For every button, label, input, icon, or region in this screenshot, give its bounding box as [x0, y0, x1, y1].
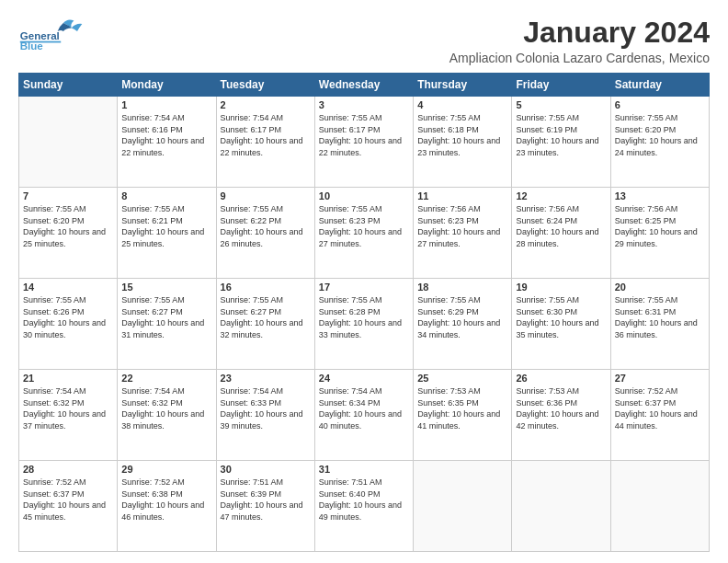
day-number: 9	[221, 190, 311, 201]
day-number: 21	[23, 373, 113, 384]
cell-info: Sunrise: 7:55 AMSunset: 6:18 PMDaylight:…	[417, 112, 507, 158]
day-number: 10	[319, 190, 409, 201]
cell-info: Sunrise: 7:54 AMSunset: 6:32 PMDaylight:…	[121, 385, 211, 431]
cell-info: Sunrise: 7:52 AMSunset: 6:37 PMDaylight:…	[23, 477, 113, 523]
day-number: 3	[319, 99, 409, 110]
day-cell: 11Sunrise: 7:56 AMSunset: 6:23 PMDayligh…	[414, 188, 512, 279]
day-number: 22	[121, 373, 211, 384]
day-cell: 18Sunrise: 7:55 AMSunset: 6:29 PMDayligh…	[414, 279, 512, 370]
day-number: 23	[221, 373, 311, 384]
day-cell: 7Sunrise: 7:55 AMSunset: 6:20 PMDaylight…	[19, 188, 118, 279]
cell-info: Sunrise: 7:55 AMSunset: 6:21 PMDaylight:…	[121, 203, 211, 249]
day-cell: 10Sunrise: 7:55 AMSunset: 6:23 PMDayligh…	[314, 188, 413, 279]
cell-info: Sunrise: 7:55 AMSunset: 6:19 PMDaylight:…	[516, 112, 606, 158]
day-number: 17	[319, 282, 409, 293]
cell-info: Sunrise: 7:56 AMSunset: 6:25 PMDaylight:…	[615, 203, 705, 249]
day-number: 12	[516, 190, 606, 201]
day-number: 31	[319, 464, 409, 475]
day-number: 7	[23, 190, 113, 201]
cell-info: Sunrise: 7:55 AMSunset: 6:22 PMDaylight:…	[221, 203, 311, 249]
day-number: 24	[319, 373, 409, 384]
day-number: 11	[417, 190, 507, 201]
day-number: 4	[417, 99, 507, 110]
day-number: 25	[417, 373, 507, 384]
header: General Blue January 2024 Ampliacion Col…	[18, 17, 710, 65]
day-cell: 26Sunrise: 7:53 AMSunset: 6:36 PMDayligh…	[512, 370, 610, 461]
week-row-0: 1Sunrise: 7:54 AMSunset: 6:16 PMDaylight…	[19, 97, 710, 188]
day-cell: 13Sunrise: 7:56 AMSunset: 6:25 PMDayligh…	[610, 188, 709, 279]
day-number: 2	[221, 99, 311, 110]
day-cell: 1Sunrise: 7:54 AMSunset: 6:16 PMDaylight…	[118, 97, 216, 188]
cell-info: Sunrise: 7:55 AMSunset: 6:23 PMDaylight:…	[319, 203, 409, 249]
col-header-sunday: Sunday	[19, 74, 118, 97]
day-number: 20	[615, 282, 705, 293]
cell-info: Sunrise: 7:52 AMSunset: 6:38 PMDaylight:…	[121, 477, 211, 523]
day-number: 15	[121, 282, 211, 293]
cell-info: Sunrise: 7:54 AMSunset: 6:32 PMDaylight:…	[23, 385, 113, 431]
cell-info: Sunrise: 7:55 AMSunset: 6:27 PMDaylight:…	[121, 294, 211, 340]
svg-text:Blue: Blue	[20, 40, 44, 52]
cell-info: Sunrise: 7:56 AMSunset: 6:23 PMDaylight:…	[417, 203, 507, 249]
day-number: 28	[23, 464, 113, 475]
cell-info: Sunrise: 7:55 AMSunset: 6:28 PMDaylight:…	[319, 294, 409, 340]
cell-info: Sunrise: 7:55 AMSunset: 6:29 PMDaylight:…	[417, 294, 507, 340]
day-number: 16	[221, 282, 311, 293]
col-header-friday: Friday	[512, 74, 610, 97]
cell-info: Sunrise: 7:53 AMSunset: 6:36 PMDaylight:…	[516, 385, 606, 431]
day-cell: 4Sunrise: 7:55 AMSunset: 6:18 PMDaylight…	[414, 97, 512, 188]
day-number: 18	[417, 282, 507, 293]
cell-info: Sunrise: 7:53 AMSunset: 6:35 PMDaylight:…	[417, 385, 507, 431]
cell-info: Sunrise: 7:52 AMSunset: 6:37 PMDaylight:…	[615, 385, 705, 431]
day-cell: 5Sunrise: 7:55 AMSunset: 6:19 PMDaylight…	[512, 97, 610, 188]
cell-info: Sunrise: 7:54 AMSunset: 6:33 PMDaylight:…	[221, 385, 311, 431]
day-cell: 19Sunrise: 7:55 AMSunset: 6:30 PMDayligh…	[512, 279, 610, 370]
day-cell: 15Sunrise: 7:55 AMSunset: 6:27 PMDayligh…	[118, 279, 216, 370]
day-number: 1	[121, 99, 211, 110]
day-cell: 6Sunrise: 7:55 AMSunset: 6:20 PMDaylight…	[610, 97, 709, 188]
cell-info: Sunrise: 7:55 AMSunset: 6:20 PMDaylight:…	[23, 203, 113, 249]
col-header-thursday: Thursday	[414, 74, 512, 97]
day-cell: 14Sunrise: 7:55 AMSunset: 6:26 PMDayligh…	[19, 279, 118, 370]
day-number: 14	[23, 282, 113, 293]
cell-info: Sunrise: 7:54 AMSunset: 6:16 PMDaylight:…	[121, 112, 211, 158]
cell-info: Sunrise: 7:55 AMSunset: 6:31 PMDaylight:…	[615, 294, 705, 340]
title-section: January 2024 Ampliacion Colonia Lazaro C…	[449, 17, 710, 65]
week-row-4: 28Sunrise: 7:52 AMSunset: 6:37 PMDayligh…	[19, 461, 710, 552]
day-cell	[414, 461, 512, 552]
week-row-2: 14Sunrise: 7:55 AMSunset: 6:26 PMDayligh…	[19, 279, 710, 370]
day-cell: 9Sunrise: 7:55 AMSunset: 6:22 PMDaylight…	[216, 188, 314, 279]
day-cell: 22Sunrise: 7:54 AMSunset: 6:32 PMDayligh…	[118, 370, 216, 461]
day-cell: 20Sunrise: 7:55 AMSunset: 6:31 PMDayligh…	[610, 279, 709, 370]
header-row: SundayMondayTuesdayWednesdayThursdayFrid…	[19, 74, 710, 97]
day-cell: 21Sunrise: 7:54 AMSunset: 6:32 PMDayligh…	[19, 370, 118, 461]
logo: General Blue	[18, 17, 92, 53]
cell-info: Sunrise: 7:55 AMSunset: 6:30 PMDaylight:…	[516, 294, 606, 340]
cell-info: Sunrise: 7:51 AMSunset: 6:40 PMDaylight:…	[319, 477, 409, 523]
day-number: 13	[615, 190, 705, 201]
day-number: 30	[221, 464, 311, 475]
day-cell: 25Sunrise: 7:53 AMSunset: 6:35 PMDayligh…	[414, 370, 512, 461]
day-cell: 24Sunrise: 7:54 AMSunset: 6:34 PMDayligh…	[314, 370, 413, 461]
day-cell: 16Sunrise: 7:55 AMSunset: 6:27 PMDayligh…	[216, 279, 314, 370]
day-cell: 8Sunrise: 7:55 AMSunset: 6:21 PMDaylight…	[118, 188, 216, 279]
day-number: 6	[615, 99, 705, 110]
day-cell: 17Sunrise: 7:55 AMSunset: 6:28 PMDayligh…	[314, 279, 413, 370]
day-number: 26	[516, 373, 606, 384]
calendar-table: SundayMondayTuesdayWednesdayThursdayFrid…	[18, 73, 710, 552]
day-cell: 29Sunrise: 7:52 AMSunset: 6:38 PMDayligh…	[118, 461, 216, 552]
day-number: 27	[615, 373, 705, 384]
cell-info: Sunrise: 7:54 AMSunset: 6:17 PMDaylight:…	[221, 112, 311, 158]
cell-info: Sunrise: 7:55 AMSunset: 6:20 PMDaylight:…	[615, 112, 705, 158]
day-cell: 30Sunrise: 7:51 AMSunset: 6:39 PMDayligh…	[216, 461, 314, 552]
day-number: 29	[121, 464, 211, 475]
cell-info: Sunrise: 7:55 AMSunset: 6:27 PMDaylight:…	[221, 294, 311, 340]
cell-info: Sunrise: 7:54 AMSunset: 6:34 PMDaylight:…	[319, 385, 409, 431]
page: General Blue January 2024 Ampliacion Col…	[0, 0, 728, 563]
day-cell: 3Sunrise: 7:55 AMSunset: 6:17 PMDaylight…	[314, 97, 413, 188]
day-cell: 23Sunrise: 7:54 AMSunset: 6:33 PMDayligh…	[216, 370, 314, 461]
col-header-tuesday: Tuesday	[216, 74, 314, 97]
day-number: 19	[516, 282, 606, 293]
day-cell: 12Sunrise: 7:56 AMSunset: 6:24 PMDayligh…	[512, 188, 610, 279]
day-cell	[610, 461, 709, 552]
day-cell: 31Sunrise: 7:51 AMSunset: 6:40 PMDayligh…	[314, 461, 413, 552]
